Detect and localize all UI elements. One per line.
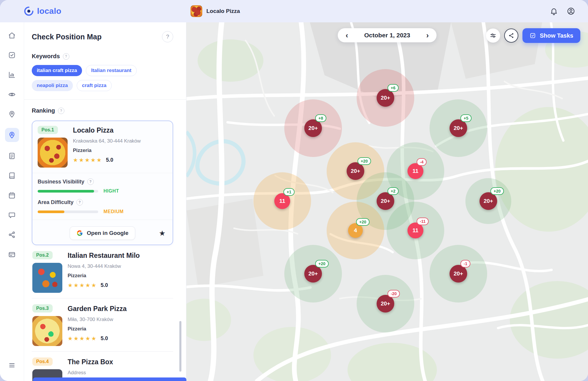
ranking-label: Ranking: [32, 107, 55, 114]
bottom-banner-edge: [33, 377, 186, 381]
business-category: Pizzeria: [68, 326, 127, 332]
prev-date-button[interactable]: ‹: [342, 30, 352, 40]
business-address: Miła, 30-700 Kraków: [68, 317, 127, 322]
business-name-label: Localo Pizza: [206, 8, 240, 14]
billing-card-icon: [8, 250, 16, 258]
ranking-card-pos4[interactable]: Pos.4 The Pizza Box Address: [32, 352, 173, 381]
position-map-person-pin-icon: [8, 131, 16, 139]
map-position-marker[interactable]: 20++20: [304, 265, 322, 283]
sidebar-item-home[interactable]: [6, 29, 18, 41]
sidebar-item-tasks[interactable]: [6, 49, 18, 61]
map-position-marker[interactable]: 11-11: [407, 223, 423, 238]
visibility-label: Business Visibility: [38, 179, 84, 185]
marker-value: 20+: [381, 95, 390, 101]
visibility-value: HIGHT: [103, 188, 119, 194]
ranking-card-pos1[interactable]: Pos.1 Localo Pizza Krakowska 64, 30-444 …: [32, 121, 173, 245]
map-position-marker[interactable]: 11-4: [407, 163, 423, 179]
show-tasks-check-icon: [529, 32, 536, 39]
favorite-star-icon[interactable]: ★: [159, 229, 166, 238]
map-position-marker[interactable]: 20+-1: [450, 265, 467, 283]
show-tasks-button[interactable]: Show Tasks: [522, 28, 580, 43]
top-header: localo Localo Pizza: [0, 0, 588, 22]
calendar-icon: [8, 191, 16, 199]
chat-icon: [8, 211, 16, 219]
marker-delta-badge: +6: [387, 84, 399, 92]
sidebar-item-posts[interactable]: [6, 150, 18, 162]
sidebar-item-share[interactable]: [6, 229, 18, 240]
stats-chart-icon: [8, 71, 16, 79]
brand-logo[interactable]: localo: [24, 6, 61, 16]
position-badge: Pos.4: [32, 357, 53, 366]
ranking-card-pos2[interactable]: Pos.2 Italian Restaurant Milo Nowa 4, 30…: [32, 245, 173, 298]
keyword-chip[interactable]: craft pizza: [77, 80, 112, 91]
rating-value: 5.0: [106, 157, 113, 163]
business-address: Address: [68, 370, 113, 376]
share-button[interactable]: [504, 29, 518, 43]
marker-delta-badge: +20: [358, 157, 371, 165]
map-position-marker[interactable]: 20++6: [377, 89, 394, 107]
keyword-chips: italian craft pizza Italian restaurant n…: [32, 65, 173, 91]
sidebar-item-position-check[interactable]: [6, 108, 18, 120]
sidebar-item-stats[interactable]: [6, 69, 18, 81]
business-photo: [32, 263, 62, 293]
position-badge: Pos.1: [38, 126, 58, 134]
divider: [32, 173, 173, 173]
position-pin-icon: [8, 110, 16, 118]
marker-value: 20+: [484, 198, 493, 204]
sidebar-item-chat[interactable]: [6, 209, 18, 221]
marker-value: 20+: [308, 270, 318, 277]
current-business[interactable]: Localo Pizza: [191, 5, 240, 17]
sidebar-item-position-map[interactable]: [5, 128, 19, 142]
bell-icon[interactable]: [550, 7, 558, 15]
map-position-marker[interactable]: 20++5: [450, 119, 467, 137]
business-category: Pizzeria: [73, 148, 141, 153]
map-position-marker[interactable]: 20+-20: [377, 295, 394, 313]
marker-value: 20+: [308, 125, 318, 131]
sidebar-item-billing[interactable]: [6, 248, 18, 260]
home-icon: [8, 31, 16, 39]
help-icon[interactable]: ?: [76, 199, 83, 205]
map-position-marker[interactable]: 20++8: [304, 119, 322, 137]
help-icon[interactable]: ?: [58, 108, 64, 114]
sidebar-item-citations[interactable]: [6, 170, 18, 181]
business-address: Krakowska 64, 30-444 Kraków: [73, 138, 141, 144]
google-icon: [76, 230, 83, 236]
marker-delta-badge: +8: [315, 114, 326, 122]
panel-scrollbar[interactable]: [179, 321, 181, 372]
business-name: The Pizza Box: [68, 358, 113, 366]
business-avatar: [191, 5, 202, 17]
ranking-card-pos3[interactable]: Pos.3 Garden Park Pizza Miła, 30-700 Kra…: [32, 298, 173, 352]
marker-delta-badge: +2: [387, 187, 399, 195]
map-position-marker[interactable]: 20++20: [347, 162, 364, 180]
sidebar-item-reviews[interactable]: [6, 88, 18, 100]
sidebar-item-menu[interactable]: [6, 359, 18, 371]
map-position-marker[interactable]: 4+20: [348, 223, 363, 238]
help-icon[interactable]: ?: [162, 31, 173, 42]
keyword-chip[interactable]: Italian restaurant: [86, 65, 137, 76]
rating-value: 5.0: [101, 282, 108, 288]
marker-value: 20+: [381, 300, 390, 307]
map-area[interactable]: 20++620++820++520++2011-411+120++220++20…: [186, 22, 588, 381]
share-icon: [508, 32, 514, 39]
marker-delta-badge: +5: [460, 114, 472, 122]
marker-value: 20+: [351, 168, 360, 174]
open-in-google-button[interactable]: Open in Google: [70, 226, 135, 240]
business-name: Localo Pizza: [73, 126, 141, 134]
rating-value: 5.0: [101, 335, 108, 342]
map-position-marker[interactable]: 20++2: [377, 192, 394, 210]
next-date-button[interactable]: ›: [422, 30, 432, 40]
marker-value: 11: [412, 227, 418, 234]
filter-button[interactable]: [486, 29, 500, 43]
sidebar-item-calendar[interactable]: [6, 189, 18, 201]
keyword-chip[interactable]: neapoli pizza: [32, 80, 73, 91]
page-title: Check Position Map: [32, 33, 102, 41]
keyword-chip[interactable]: italian craft pizza: [32, 65, 82, 76]
help-icon[interactable]: ?: [63, 53, 69, 60]
business-address: Nowa 4, 30-444 Kraków: [68, 263, 140, 269]
account-icon[interactable]: [567, 7, 575, 15]
menu-hamburger-icon: [8, 361, 16, 369]
map-position-marker[interactable]: 20++20: [480, 192, 497, 210]
show-tasks-label: Show Tasks: [540, 32, 573, 39]
help-icon[interactable]: ?: [87, 178, 94, 185]
map-position-marker[interactable]: 11+1: [274, 193, 290, 209]
